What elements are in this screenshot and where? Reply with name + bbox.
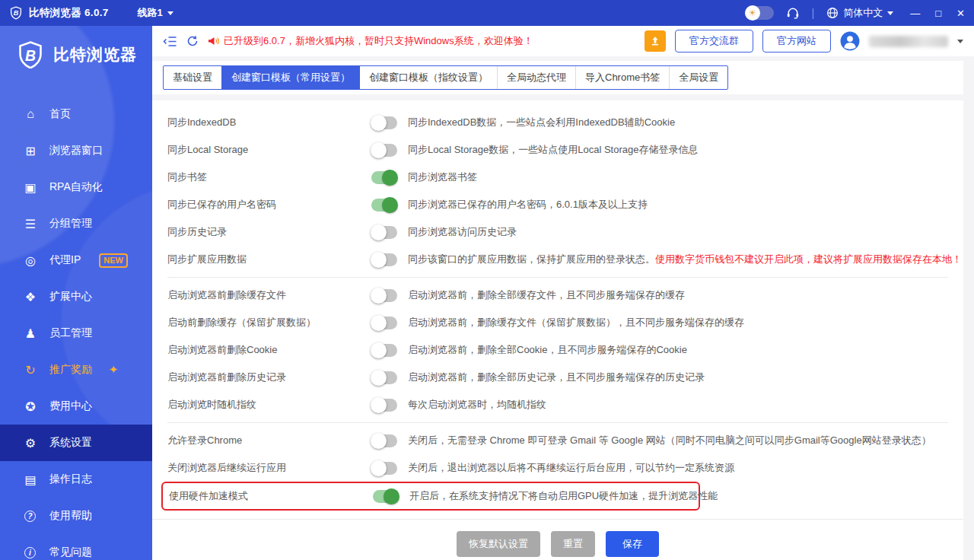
- toggle-switch[interactable]: [371, 199, 397, 212]
- sidebar-item-staff[interactable]: ♟员工管理: [0, 315, 152, 352]
- settings-group: 启动浏览器前删除缓存文件启动浏览器前，删除全部缓存文件，且不同步服务端保存的缓存…: [167, 277, 948, 422]
- globe-icon: [826, 7, 839, 19]
- sidebar-item-label: 浏览器窗口: [49, 144, 103, 158]
- setting-row: 启动浏览器前删除历史记录启动浏览器前，删除全部历史记录，且不同步服务端保存的历史…: [167, 364, 948, 391]
- chevron-down-icon: [167, 11, 173, 18]
- sidebar-nav: ⌂首页⊞浏览器窗口▣RPA自动化☰分组管理◎代理IPNEW❖扩展中心♟员工管理↻…: [0, 96, 152, 560]
- sidebar-item-help[interactable]: ?使用帮助: [0, 498, 152, 534]
- svg-text:B: B: [14, 9, 19, 17]
- sun-icon: ☀: [745, 5, 760, 21]
- sidebar-item-label: 推广奖励: [49, 363, 92, 377]
- chevron-down-icon[interactable]: [957, 40, 963, 46]
- toggle-knob: [371, 370, 387, 386]
- setting-description: 启动浏览器前，删除全部历史记录，且不同步服务端保存的历史记录: [408, 371, 705, 384]
- maximize-button[interactable]: □: [935, 8, 941, 19]
- tab-2[interactable]: 创建窗口模板（指纹设置）: [359, 66, 497, 89]
- line-selector[interactable]: 线路1: [138, 6, 173, 20]
- extensions-icon: ❖: [23, 290, 38, 304]
- setting-row: 同步Local Storage同步Local Storage数据，一些站点使用L…: [167, 136, 948, 164]
- toggle-switch[interactable]: [371, 371, 397, 384]
- minimize-button[interactable]: —: [910, 8, 920, 19]
- home-icon: ⌂: [23, 107, 38, 121]
- language-selector[interactable]: 简体中文: [826, 6, 893, 20]
- setting-label: 启动浏览器前删除历史记录: [167, 371, 371, 384]
- toggle-switch[interactable]: [371, 144, 397, 157]
- language-label: 简体中文: [843, 6, 883, 20]
- toggle-switch[interactable]: [371, 434, 397, 447]
- sidebar-item-extensions[interactable]: ❖扩展中心: [0, 278, 152, 315]
- app-window: B 比特浏览器 6.0.7 线路1 ☀ |: [0, 0, 974, 560]
- toggle-switch[interactable]: [373, 490, 399, 503]
- setting-row: 同步IndexedDB同步IndexedDB数据，一些站点会利用IndexedD…: [167, 109, 948, 136]
- official-website-button[interactable]: 官方网站: [762, 30, 831, 52]
- setting-label: 关闭浏览器后继续运行应用: [167, 461, 371, 475]
- tab-0[interactable]: 基础设置: [164, 66, 221, 89]
- settings-group: 允许登录Chrome关闭后，无需登录 Chrome 即可登录 Gmail 等 G…: [167, 422, 948, 514]
- logs-icon: ▤: [23, 473, 38, 487]
- sidebar-logo: B 比特浏览器: [0, 26, 152, 68]
- setting-description: 同步浏览器书签: [408, 170, 477, 184]
- setting-description: 启动浏览器前，删除全部Cookie，且不同步服务端保存的Cookie: [408, 343, 687, 357]
- refresh-icon[interactable]: [186, 35, 199, 47]
- setting-label: 同步历史记录: [167, 225, 371, 239]
- toggle-knob: [371, 397, 387, 413]
- sidebar-item-home[interactable]: ⌂首页: [0, 96, 152, 132]
- svg-text:B: B: [25, 47, 36, 64]
- upload-arrow-icon: [650, 36, 660, 46]
- tab-1[interactable]: 创建窗口模板（常用设置）: [221, 66, 359, 89]
- toggle-switch[interactable]: [371, 462, 397, 475]
- setting-description: 开启后，在系统支持情况下将自动启用GPU硬件加速，提升浏览器性能: [409, 489, 718, 503]
- collapse-sidebar-icon[interactable]: [163, 36, 177, 47]
- footer-buttons: 恢复默认设置重置保存: [167, 531, 948, 557]
- setting-label: 同步Local Storage: [167, 143, 371, 157]
- tab-3[interactable]: 全局动态代理: [497, 66, 575, 89]
- toggle-knob: [384, 488, 399, 504]
- sidebar-item-groups[interactable]: ☰分组管理: [0, 205, 152, 242]
- support-headset-icon[interactable]: [786, 7, 800, 19]
- setting-description: 关闭后，退出浏览器以后将不再继续运行后台应用，可以节约一定系统资源: [408, 461, 734, 475]
- setting-row: 启动前删除缓存（保留扩展数据）启动浏览器前，删除缓存文件（保留扩展数据），且不同…: [167, 309, 948, 336]
- sidebar-item-rpa[interactable]: ▣RPA自动化: [0, 169, 152, 205]
- sidebar-item-label: 员工管理: [49, 326, 92, 340]
- app-title: 比特浏览器 6.0.7: [29, 6, 109, 20]
- sidebar-item-label: 常见问题: [49, 546, 92, 559]
- setting-row: 同步历史记录同步浏览器访问历史记录: [167, 218, 948, 246]
- close-button[interactable]: ✕: [956, 8, 965, 19]
- official-community-button[interactable]: 官方交流群: [675, 30, 753, 52]
- sidebar-item-faq[interactable]: i常见问题: [0, 534, 152, 560]
- avatar[interactable]: [840, 31, 860, 51]
- toggle-switch[interactable]: [371, 317, 397, 329]
- sidebar-item-label: 分组管理: [49, 217, 92, 231]
- browser-windows-icon: ⊞: [23, 144, 38, 158]
- toggle-switch[interactable]: [371, 253, 397, 266]
- toggle-switch[interactable]: [371, 344, 397, 357]
- setting-label: 同步IndexedDB: [167, 116, 371, 129]
- sidebar-item-proxy-ip[interactable]: ◎代理IPNEW: [0, 242, 152, 278]
- toggle-switch[interactable]: [371, 399, 397, 412]
- announcement: 已升级到6.0.7，新增火狐内核，暂时只支持Windows系统，欢迎体验！: [208, 34, 533, 48]
- sidebar-item-label: 代理IP: [49, 253, 81, 267]
- help-icon: ?: [24, 511, 36, 522]
- upgrade-button[interactable]: [645, 30, 666, 52]
- tab-5[interactable]: 全局设置: [669, 66, 727, 89]
- toolbar: 已升级到6.0.7，新增火狐内核，暂时只支持Windows系统，欢迎体验！ 官方…: [152, 26, 974, 56]
- tab-4[interactable]: 导入Chrome书签: [575, 66, 669, 89]
- theme-toggle[interactable]: ☀: [745, 6, 774, 20]
- sidebar-item-promo[interactable]: ↻推广奖励✦: [0, 352, 152, 388]
- toggle-switch[interactable]: [371, 171, 397, 184]
- sidebar-item-system-settings[interactable]: ⚙系统设置: [0, 425, 152, 461]
- toggle-switch[interactable]: [371, 289, 397, 302]
- sidebar-item-billing[interactable]: ✪费用中心: [0, 388, 152, 425]
- proxy-ip-icon: ◎: [23, 253, 38, 268]
- sidebar-item-logs[interactable]: ▤操作日志: [0, 461, 152, 498]
- save-button[interactable]: 保存: [606, 531, 659, 557]
- reset-button[interactable]: 重置: [551, 531, 595, 557]
- sidebar-item-label: 扩展中心: [49, 290, 92, 304]
- sidebar-item-label: 费用中心: [49, 399, 92, 413]
- sidebar-item-browser-windows[interactable]: ⊞浏览器窗口: [0, 132, 152, 169]
- restore-defaults-button[interactable]: 恢复默认设置: [457, 531, 540, 557]
- toggle-switch[interactable]: [371, 116, 397, 129]
- toggle-switch[interactable]: [371, 226, 397, 239]
- toggle-knob: [371, 433, 387, 449]
- announcement-text: 已升级到6.0.7，新增火狐内核，暂时只支持Windows系统，欢迎体验！: [224, 34, 533, 48]
